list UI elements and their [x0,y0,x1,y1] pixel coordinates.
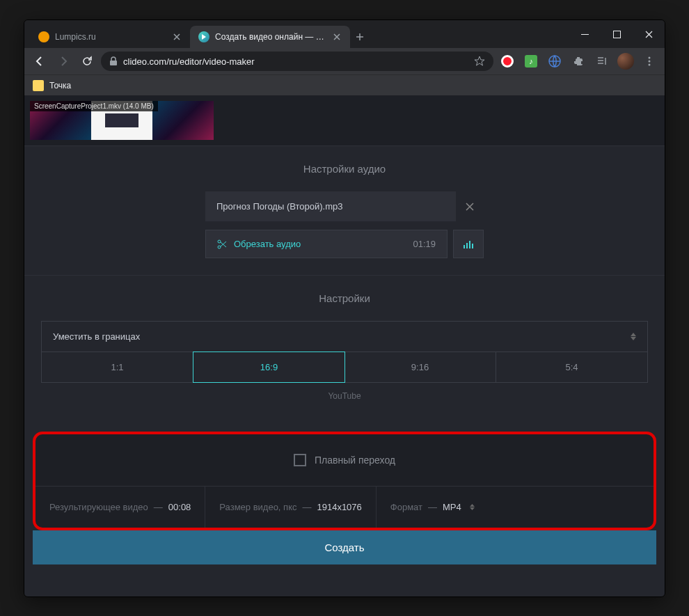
music-ext-icon[interactable]: ♪ [521,52,541,71]
close-icon[interactable] [172,32,182,42]
output-highlight: Плавный переход Результирующее видео — 0… [33,432,656,530]
aspect-ratio-row: 1:1 16:9 9:16 5:4 [41,352,648,383]
svg-point-5 [649,61,651,63]
trim-row: Обрезать аудио 01:19 [205,230,484,258]
fit-mode-select[interactable]: Уместить в границах [41,321,648,352]
result-label: Результирующее видео [49,502,148,512]
svg-point-4 [649,57,651,59]
url-input[interactable]: clideo.com/ru/editor/video-maker [101,52,493,71]
clip-label: ScreenCaptureProject1.mkv (14.0 MB) [30,101,158,111]
format-value: MP4 [443,502,461,512]
video-size-cell: Размер видео, пкс — 1914x1076 [205,487,376,528]
titlebar: Lumpics.ru Создать видео онлайн — Сдела [24,20,665,48]
bookmarks-bar: Точка [24,74,665,95]
svg-point-7 [218,240,221,243]
section-title: Настройки [24,292,665,304]
chevron-sort-icon [631,333,636,340]
svg-rect-10 [466,243,468,248]
svg-rect-12 [472,244,473,248]
audio-file-row: Прогноз Погоды (Второй).mp3 [205,191,484,221]
star-icon[interactable] [474,56,485,67]
window-controls [569,20,665,48]
maximize-button[interactable] [601,20,633,48]
crossfade-checkbox[interactable] [294,454,306,466]
svg-rect-0 [581,34,589,35]
settings-section: Настройки Уместить в границах 1:1 16:9 9… [24,275,665,420]
reading-list-icon[interactable] [592,52,612,71]
format-cell[interactable]: Формат — MP4 [377,487,489,528]
result-duration-cell: Результирующее видео — 00:08 [35,487,205,528]
page-content: ScreenCaptureProject1.mkv (14.0 MB) Наст… [24,95,665,597]
globe-ext-icon[interactable] [545,52,564,71]
scissors-icon [217,239,227,249]
folder-icon [33,80,44,91]
output-info-row: Результирующее видео — 00:08 Размер виде… [35,486,654,528]
ratio-platform-label: YouTube [41,383,648,404]
minimize-button[interactable] [569,20,601,48]
timeline: ScreenCaptureProject1.mkv (14.0 MB) [24,95,665,145]
svg-rect-9 [464,245,465,248]
extensions-icon[interactable] [569,52,588,71]
size-value: 1914x1076 [317,502,361,512]
forward-button[interactable] [54,52,73,71]
crossfade-row: Плавный переход [35,434,654,486]
svg-rect-2 [110,61,117,65]
svg-point-8 [218,246,221,248]
ratio-9-16[interactable]: 9:16 [344,352,496,382]
tab-lumpics[interactable]: Lumpics.ru [30,26,190,48]
svg-rect-1 [613,31,620,38]
lock-icon [109,56,118,66]
profile-avatar[interactable] [616,52,635,71]
svg-point-6 [649,64,651,66]
tab-title: Lumpics.ru [55,32,166,42]
tab-title: Создать видео онлайн — Сдела [215,32,326,42]
ratio-16-9[interactable]: 16:9 [193,352,345,383]
size-label: Размер видео, пкс [219,502,296,512]
section-title: Настройки аудио [24,163,665,175]
back-button[interactable] [30,52,49,71]
chevron-sort-icon [470,504,475,510]
favicon-icon [38,31,49,42]
ratio-5-4[interactable]: 5:4 [496,352,647,382]
svg-rect-11 [469,241,470,248]
create-button[interactable]: Создать [33,530,656,564]
trim-label: Обрезать аудио [234,239,301,249]
bookmark-item[interactable]: Точка [49,81,71,90]
format-label: Формат [390,502,422,512]
address-bar: clideo.com/ru/editor/video-maker ♪ [24,48,665,74]
audio-file-name: Прогноз Погоды (Второй).mp3 [205,191,456,221]
timeline-clip[interactable]: ScreenCaptureProject1.mkv (14.0 MB) [30,101,214,140]
reload-button[interactable] [77,52,97,71]
fit-mode-value: Уместить в границах [53,331,140,342]
opera-ext-icon[interactable] [498,52,517,71]
close-icon [466,203,474,211]
crossfade-label: Плавный переход [315,455,395,466]
thumbnail [152,101,214,140]
new-tab-button[interactable] [350,26,370,48]
trim-audio-button[interactable]: Обрезать аудио 01:19 [205,230,448,258]
tab-clideo[interactable]: Создать видео онлайн — Сдела [190,26,350,48]
tab-strip: Lumpics.ru Создать видео онлайн — Сдела [24,20,569,48]
audio-volume-button[interactable] [453,230,484,258]
url-text: clideo.com/ru/editor/video-maker [123,56,255,67]
close-window-button[interactable] [633,20,665,48]
remove-audio-button[interactable] [456,191,484,221]
audio-duration: 01:19 [413,239,436,249]
ratio-1-1[interactable]: 1:1 [42,352,193,382]
audio-section: Настройки аудио Прогноз Погоды (Второй).… [24,145,665,275]
equalizer-icon [463,239,474,249]
result-value: 00:08 [168,502,191,512]
close-icon[interactable] [332,32,342,42]
browser-window: Lumpics.ru Создать видео онлайн — Сдела … [24,19,665,597]
favicon-icon [198,31,209,42]
menu-button[interactable] [640,52,659,71]
